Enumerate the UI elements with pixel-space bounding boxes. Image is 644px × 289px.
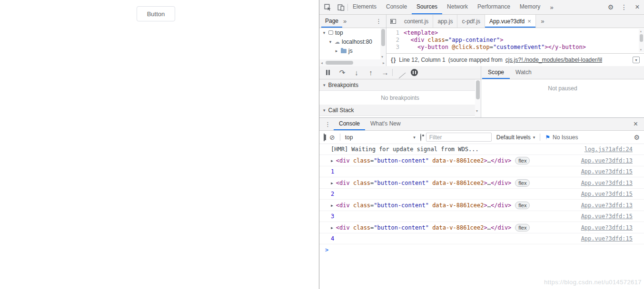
deactivate-breakpoints-icon[interactable] [393,66,407,79]
source-location-link[interactable]: App.vue?3dfd:13 [581,180,633,187]
more-navigator-tabs-icon[interactable]: » [343,18,347,25]
step-icon[interactable]: → [378,66,392,79]
tree-item-js[interactable]: ▸js [319,46,386,55]
scroll-left-icon[interactable]: ◂ [321,61,323,65]
console-sidebar-icon[interactable] [324,134,325,141]
page-button[interactable]: Button [137,6,175,21]
code-line: 2 <div class="app-container"> [386,37,644,44]
step-out-icon[interactable]: ↑ [364,66,378,79]
file-tab-content-js[interactable]: content.js [400,15,433,28]
tab-elements[interactable]: Elements [348,0,381,14]
source-location-link[interactable]: App.vue?3dfd:15 [581,213,633,220]
file-tab-c-pdf-js[interactable]: c-pdf.js [457,15,485,28]
scroll-down-icon[interactable]: ▾ [640,48,642,52]
source-location-link[interactable]: log.js?1afd:24 [585,146,633,153]
source-location-link[interactable]: App.vue?3dfd:15 [581,168,633,175]
flex-badge[interactable]: flex [515,224,530,231]
breakpoints-section-header[interactable]: ▾ Breakpoints [319,79,481,91]
tab-whats-new[interactable]: What's New [365,118,406,130]
clear-console-icon[interactable]: ⊘ [329,134,335,141]
close-drawer-icon[interactable]: × [630,120,642,128]
tab-scope[interactable]: Scope [482,66,510,79]
navigator-kebab-icon[interactable]: ⋮ [373,18,385,25]
console-kebab-icon[interactable]: ⋮ [322,121,334,128]
navigator-vertical-scrollbar[interactable]: ▾ [380,28,386,59]
scrollbar-thumb[interactable] [326,61,353,65]
chevron-down-icon[interactable]: ▾ [322,30,327,35]
kebab-menu-icon[interactable]: ⋮ [617,0,631,14]
scroll-down-icon[interactable]: ▾ [476,109,478,113]
live-expression-eye-icon[interactable] [420,134,421,141]
console-settings-gear-icon[interactable]: ⚙ [634,134,640,141]
settings-gear-icon[interactable]: ⚙ [604,0,617,14]
javascript-context-select[interactable]: top ▾ [345,134,416,141]
console-message-content: 1 [331,168,574,175]
pretty-print-icon[interactable]: {} [391,57,396,63]
code-token: = [445,37,448,43]
sidebar-vertical-scrollbar[interactable]: ▾ [475,79,481,117]
flex-badge[interactable]: flex [515,157,530,164]
tab-watch[interactable]: Watch [510,66,537,79]
issues-counter[interactable]: ⚑ No Issues [545,134,578,141]
close-tab-icon[interactable]: × [527,18,531,25]
scrollbar-thumb[interactable] [381,29,385,46]
tab-memory[interactable]: Memory [515,0,545,14]
scrollbar-thumb[interactable] [476,80,480,99]
chevron-down-icon: ▾ [323,83,326,87]
flex-badge[interactable]: flex [515,179,530,187]
sources-panel: Page » ⋮ ▾top▾☁localhost:80▸js ▾ ◂ ▸ [319,15,644,66]
tree-item-localhost-80[interactable]: ▾☁localhost:80 [319,37,386,46]
log-levels-select[interactable]: Default levels ▾ [496,134,535,141]
close-devtools-icon[interactable]: × [631,0,644,14]
tab-console[interactable]: Console [381,0,412,14]
scrollbar-thumb[interactable] [640,34,643,42]
code-token: "button-content" [374,202,429,209]
scroll-up-icon[interactable]: ▴ [640,29,642,33]
device-toolbar-icon[interactable] [334,0,347,14]
pause-icon[interactable] [321,66,335,79]
source-location-link[interactable]: App.vue?3dfd:13 [581,224,633,231]
code-token: </div> [491,180,511,187]
divider [340,134,340,141]
scroll-down-icon[interactable]: ▾ [381,55,383,59]
navigator-tab-page[interactable]: Page [321,15,342,28]
console-message-content: ▶<div class="button-content" data-v-8861… [331,224,574,231]
call-stack-section-header[interactable]: ▾ Call Stack [319,105,481,116]
scroll-right-icon[interactable]: ▸ [383,61,385,65]
tab-console[interactable]: Console [334,118,365,130]
navigator-horizontal-scrollbar[interactable]: ◂ ▸ [319,59,386,66]
file-tabs: content.jsapp.jsc-pdf.jsApp.vue?3dfd× [400,15,536,28]
status-menu-icon[interactable]: ▾ [633,57,640,63]
flex-badge[interactable]: flex [515,202,530,209]
tab-network[interactable]: Network [442,0,473,14]
step-over-icon[interactable]: ↷ [335,66,349,79]
source-location-link[interactable]: App.vue?3dfd:13 [581,157,633,164]
expand-icon[interactable]: ▶ [331,157,333,164]
tree-item-top[interactable]: ▾top [319,28,386,37]
code-token: class [353,224,370,231]
source-map-link[interactable]: cjs.js?!./node_modules/babel-loader/lil [505,57,602,63]
code-editor[interactable]: 1<template>2 <div class="app-container">… [386,28,644,53]
expand-icon[interactable]: ▶ [331,202,333,209]
tab-performance[interactable]: Performance [473,0,515,14]
console-prompt[interactable]: > [319,244,644,250]
tab-sources[interactable]: Sources [412,0,442,14]
console-message-content: ▶<div class="button-content" data-v-8861… [331,202,574,209]
toggle-navigator-icon[interactable] [386,15,400,28]
chevron-right-icon[interactable]: ▸ [334,48,339,53]
console-filter-input[interactable] [426,133,492,142]
inspect-element-icon[interactable] [321,0,334,14]
file-tab-app-js[interactable]: app.js [433,15,457,28]
step-into-icon[interactable]: ↓ [349,66,364,79]
source-location-link[interactable]: App.vue?3dfd:15 [581,191,633,198]
file-tab-app-vue-3dfd[interactable]: App.vue?3dfd× [485,15,536,28]
source-location-link[interactable]: App.vue?3dfd:15 [581,235,633,242]
more-tabs-icon[interactable]: » [545,0,558,14]
more-file-tabs-icon[interactable]: » [536,15,549,28]
expand-icon[interactable]: ▶ [331,180,333,187]
expand-icon[interactable]: ▶ [331,224,333,231]
chevron-down-icon[interactable]: ▾ [328,39,333,44]
editor-vertical-scrollbar[interactable]: ▴ ▾ [639,29,644,52]
pause-on-exceptions-icon[interactable] [407,66,421,79]
source-location-link[interactable]: App.vue?3dfd:13 [581,202,633,209]
